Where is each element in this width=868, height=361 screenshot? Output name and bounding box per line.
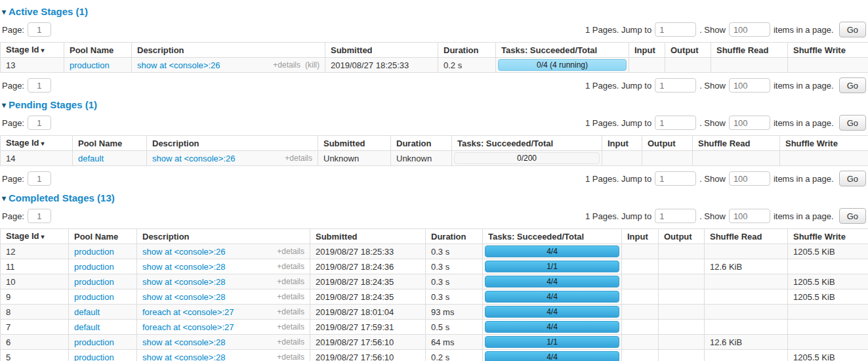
completed-top-jump-input[interactable] bbox=[655, 209, 696, 223]
col-duration[interactable]: Duration bbox=[426, 229, 483, 244]
active-bottom-show-input[interactable] bbox=[729, 78, 770, 93]
pending-bottom-go-button[interactable]: Go bbox=[839, 171, 866, 186]
pool-link[interactable]: production bbox=[74, 247, 114, 257]
details-toggle-link[interactable]: +details bbox=[277, 307, 304, 318]
col-output[interactable]: Output bbox=[659, 229, 705, 244]
col-tasks[interactable]: Tasks: Succeeded/Total bbox=[452, 136, 602, 151]
items-per-page-label: items in a page. bbox=[774, 25, 834, 35]
stage-description-link[interactable]: show at <console>:28 bbox=[142, 276, 225, 287]
col-tasks[interactable]: Tasks: Succeeded/Total bbox=[483, 229, 622, 244]
duration-cell: 0.2 s bbox=[438, 58, 496, 73]
details-toggle-link[interactable]: +details bbox=[277, 322, 304, 333]
details-toggle-link[interactable]: +details bbox=[277, 352, 304, 361]
pool-link[interactable]: production bbox=[70, 60, 110, 70]
col-shuffle-write[interactable]: Shuffle Write bbox=[780, 136, 868, 151]
details-toggle-link[interactable]: +details bbox=[285, 153, 312, 164]
col-output[interactable]: Output bbox=[665, 43, 711, 58]
col-input[interactable]: Input bbox=[629, 43, 665, 58]
stage-description-link[interactable]: foreach at <console>:27 bbox=[142, 322, 234, 333]
stage-description-link[interactable]: show at <console>:28 bbox=[142, 352, 225, 361]
active-bottom-jump-input[interactable] bbox=[655, 78, 696, 93]
completed-top-go-button[interactable]: Go bbox=[839, 208, 866, 224]
stage-description-link[interactable]: foreach at <console>:27 bbox=[142, 307, 234, 318]
col-output[interactable]: Output bbox=[642, 136, 693, 151]
col-duration[interactable]: Duration bbox=[438, 43, 496, 58]
active-top-jump-input[interactable] bbox=[655, 22, 696, 37]
col-shuffle-read[interactable]: Shuffle Read bbox=[693, 136, 780, 151]
pending-bottom-jump-input[interactable] bbox=[655, 171, 696, 186]
section-header-pending[interactable]: ▾Pending Stages (1) bbox=[2, 99, 867, 110]
pending-top-page-input[interactable] bbox=[28, 116, 51, 130]
stage-description-link[interactable]: show at <console>:28 bbox=[142, 261, 225, 272]
task-progress-bar: 4/4 bbox=[485, 321, 619, 333]
pool-link[interactable]: default bbox=[74, 307, 100, 317]
completed-top-show-input[interactable] bbox=[729, 209, 770, 223]
stage-description-link[interactable]: show at <console>:26 bbox=[152, 153, 235, 164]
active-top-page-input[interactable] bbox=[28, 22, 51, 37]
section-title-pending: Pending Stages (1) bbox=[9, 99, 97, 110]
col-submitted[interactable]: Submitted bbox=[318, 136, 391, 151]
col-stage-id[interactable]: Stage Id▾ bbox=[1, 43, 64, 58]
col-submitted[interactable]: Submitted bbox=[310, 229, 426, 244]
stage-description-link[interactable]: show at <console>:26 bbox=[142, 246, 225, 257]
col-input[interactable]: Input bbox=[602, 136, 642, 151]
pending-top-show-input[interactable] bbox=[729, 116, 770, 130]
stage-description-link[interactable]: show at <console>:28 bbox=[142, 291, 225, 303]
pending-top-go-button[interactable]: Go bbox=[839, 115, 866, 131]
active-top-show-input[interactable] bbox=[729, 22, 770, 37]
col-shuffle-read[interactable]: Shuffle Read bbox=[705, 229, 788, 244]
pending-bottom-show-input[interactable] bbox=[729, 171, 770, 186]
col-shuffle-read[interactable]: Shuffle Read bbox=[711, 43, 788, 58]
col-duration[interactable]: Duration bbox=[391, 136, 452, 151]
pending-top-jump-input[interactable] bbox=[655, 116, 696, 130]
details-toggle-link[interactable]: +details bbox=[277, 261, 304, 272]
section-header-completed[interactable]: ▾Completed Stages (13) bbox=[2, 192, 867, 203]
pending-bottom-page-input[interactable] bbox=[28, 171, 51, 186]
active-top-go-button[interactable]: Go bbox=[839, 22, 866, 37]
table-row: 8 default foreach at <console>:27+detail… bbox=[1, 305, 868, 320]
pool-link[interactable]: default bbox=[74, 322, 100, 332]
input-cell bbox=[629, 58, 665, 73]
col-description[interactable]: Description bbox=[147, 136, 318, 151]
col-input[interactable]: Input bbox=[622, 229, 659, 244]
col-pool-name[interactable]: Pool Name bbox=[73, 136, 147, 151]
col-pool-name[interactable]: Pool Name bbox=[64, 43, 132, 58]
completed-stages-section: ▾Completed Stages (13) Page: 1 Pages. Ju… bbox=[0, 192, 868, 361]
duration-cell: 0.3 s bbox=[426, 259, 483, 274]
duration-cell: 0.3 s bbox=[426, 289, 483, 305]
pool-link[interactable]: production bbox=[74, 262, 114, 272]
stage-description-link[interactable]: show at <console>:26 bbox=[137, 60, 220, 71]
col-pool-name[interactable]: Pool Name bbox=[69, 229, 137, 244]
collapse-arrow-icon: ▾ bbox=[2, 194, 6, 203]
col-description[interactable]: Description bbox=[132, 43, 325, 58]
pool-link[interactable]: production bbox=[74, 292, 114, 302]
details-toggle-link[interactable]: +details bbox=[277, 276, 304, 287]
col-description[interactable]: Description bbox=[137, 229, 310, 244]
table-row: 7 default foreach at <console>:27+detail… bbox=[1, 320, 868, 335]
active-bottom-page-input[interactable] bbox=[28, 78, 51, 93]
col-stage-id[interactable]: Stage Id▾ bbox=[1, 136, 73, 151]
col-shuffle-write[interactable]: Shuffle Write bbox=[788, 229, 868, 244]
output-cell bbox=[659, 259, 705, 274]
pool-link[interactable]: production bbox=[74, 277, 114, 287]
col-stage-id[interactable]: Stage Id▾ bbox=[1, 229, 69, 244]
details-toggle-link[interactable]: +details bbox=[277, 246, 304, 257]
stage-description-link[interactable]: show at <console>:28 bbox=[142, 337, 225, 348]
section-header-active[interactable]: ▾Active Stages (1) bbox=[2, 6, 867, 17]
shuffle-write-cell bbox=[788, 320, 868, 335]
col-submitted[interactable]: Submitted bbox=[325, 43, 438, 58]
pool-link[interactable]: production bbox=[74, 352, 114, 361]
task-progress-bar: 4/4 bbox=[485, 306, 619, 318]
page-label: Page: bbox=[2, 81, 24, 91]
details-toggle-link[interactable]: +details bbox=[273, 60, 300, 71]
completed-top-page-input[interactable] bbox=[28, 209, 51, 223]
details-toggle-link[interactable]: +details bbox=[277, 337, 304, 348]
active-bottom-go-button[interactable]: Go bbox=[839, 77, 866, 93]
details-toggle-link[interactable]: +details bbox=[277, 291, 304, 303]
col-tasks[interactable]: Tasks: Succeeded/Total bbox=[496, 43, 629, 58]
pool-link[interactable]: production bbox=[74, 337, 114, 347]
pool-link[interactable]: default bbox=[78, 154, 104, 163]
col-shuffle-write[interactable]: Shuffle Write bbox=[788, 43, 868, 58]
kill-link[interactable]: (kill) bbox=[305, 60, 320, 71]
section-title-active: Active Stages (1) bbox=[9, 6, 88, 17]
